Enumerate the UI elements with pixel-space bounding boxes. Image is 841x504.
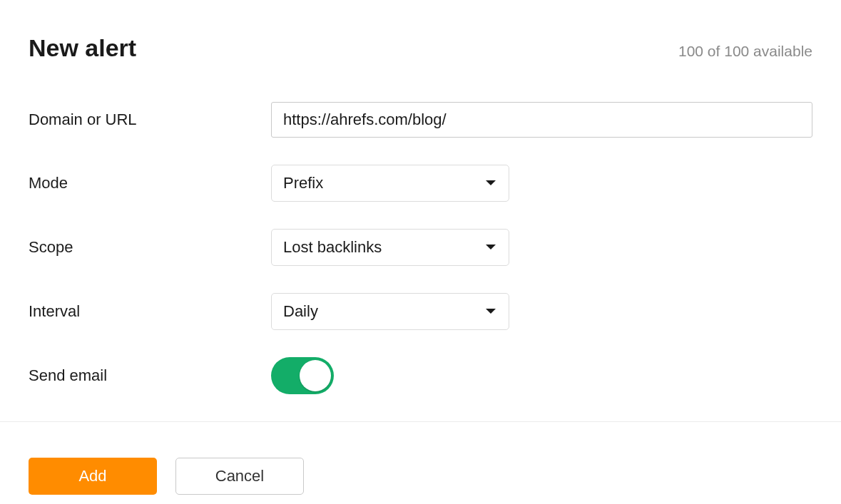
quota-text: 100 of 100 available xyxy=(678,43,812,60)
new-alert-form: New alert 100 of 100 available Domain or… xyxy=(0,0,841,394)
domain-label: Domain or URL xyxy=(29,110,271,129)
interval-select[interactable]: Daily xyxy=(271,293,509,330)
scope-select[interactable]: Lost backlinks xyxy=(271,229,509,266)
scope-label: Scope xyxy=(29,238,271,257)
row-send-email: Send email xyxy=(29,357,812,394)
mode-value: Prefix xyxy=(283,174,323,192)
send-email-label: Send email xyxy=(29,366,271,385)
form-header: New alert 100 of 100 available xyxy=(29,34,812,62)
scope-value: Lost backlinks xyxy=(283,238,382,257)
add-button[interactable]: Add xyxy=(29,458,157,495)
send-email-toggle[interactable] xyxy=(271,357,334,394)
domain-input[interactable] xyxy=(271,102,812,138)
row-interval: Interval Daily xyxy=(29,293,812,330)
interval-value: Daily xyxy=(283,302,318,321)
toggle-knob xyxy=(300,360,331,391)
form-footer: Add Cancel xyxy=(0,422,841,495)
cancel-button[interactable]: Cancel xyxy=(175,458,304,495)
mode-select[interactable]: Prefix xyxy=(271,165,509,202)
mode-label: Mode xyxy=(29,174,271,192)
page-title: New alert xyxy=(29,34,136,62)
row-domain: Domain or URL xyxy=(29,102,812,138)
interval-label: Interval xyxy=(29,302,271,321)
row-scope: Scope Lost backlinks xyxy=(29,229,812,266)
row-mode: Mode Prefix xyxy=(29,165,812,202)
